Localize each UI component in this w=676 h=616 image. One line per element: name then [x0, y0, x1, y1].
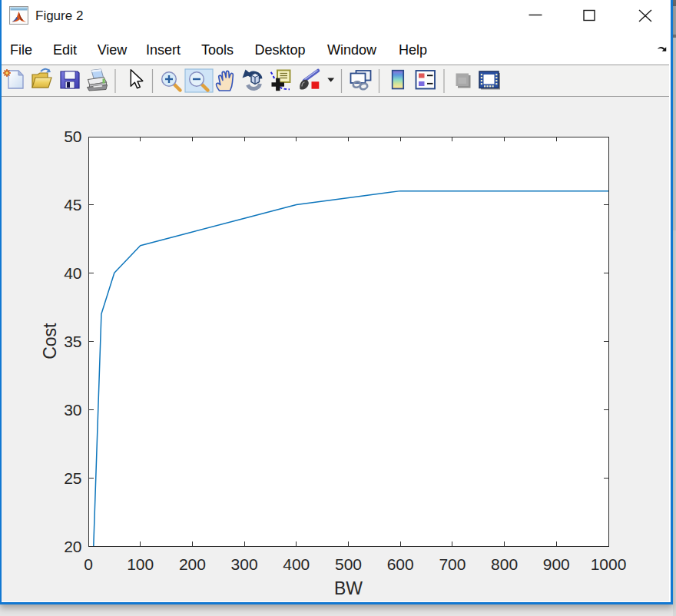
- svg-text:900: 900: [543, 555, 570, 573]
- svg-text:25: 25: [64, 469, 81, 487]
- svg-text:800: 800: [491, 555, 518, 573]
- svg-text:500: 500: [335, 555, 362, 573]
- svg-text:400: 400: [283, 555, 310, 573]
- svg-text:20: 20: [64, 538, 81, 555]
- svg-text:300: 300: [231, 555, 258, 573]
- svg-text:700: 700: [439, 555, 466, 573]
- svg-text:45: 45: [64, 196, 81, 214]
- svg-text:BW: BW: [334, 578, 363, 598]
- svg-text:100: 100: [127, 555, 154, 573]
- svg-text:1000: 1000: [591, 555, 627, 573]
- svg-text:600: 600: [387, 555, 414, 573]
- svg-text:30: 30: [64, 401, 81, 419]
- svg-text:Cost: Cost: [40, 323, 60, 359]
- svg-text:35: 35: [64, 333, 81, 350]
- svg-text:0: 0: [84, 555, 93, 573]
- svg-text:40: 40: [64, 264, 81, 282]
- svg-text:Figure 2: Figure 2: [35, 8, 83, 23]
- svg-text:50: 50: [64, 128, 81, 145]
- svg-text:200: 200: [179, 555, 206, 573]
